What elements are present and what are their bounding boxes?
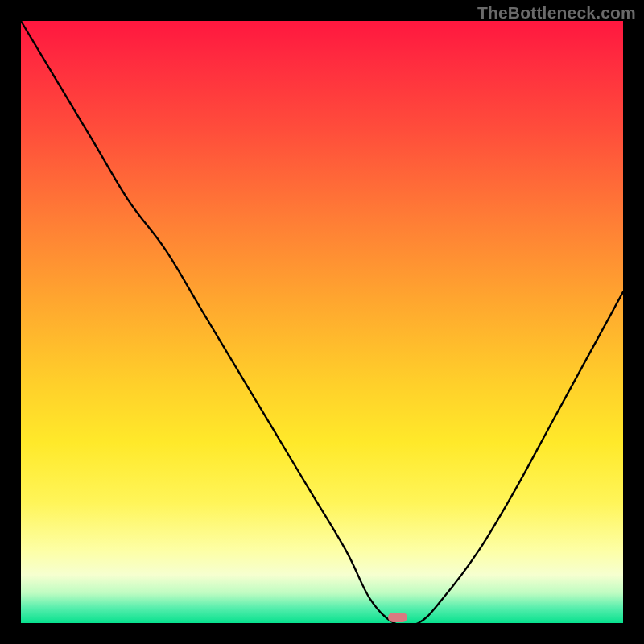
minimum-marker: [388, 613, 407, 622]
watermark-text: TheBottleneck.com: [477, 3, 636, 23]
chart-frame: TheBottleneck.com: [0, 0, 644, 644]
plot-area: [21, 21, 623, 623]
bottleneck-curve: [21, 21, 623, 623]
